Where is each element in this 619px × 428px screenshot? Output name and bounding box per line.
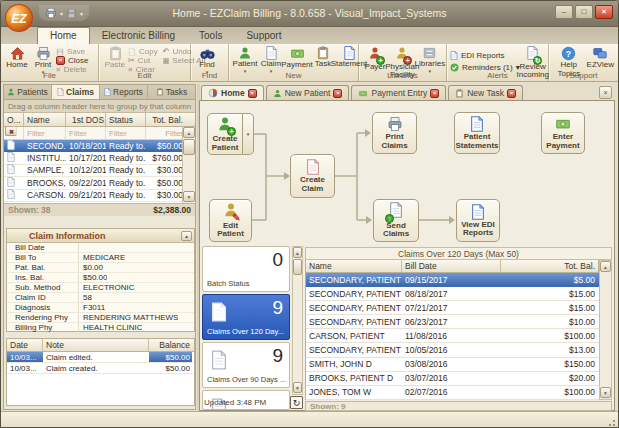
ribbon-tab-electronic-billing[interactable]: Electronic Billing <box>90 28 187 44</box>
copy-button[interactable]: Copy <box>128 47 158 56</box>
aging-row[interactable]: SECONDARY, PATIENT S06/23/2017$10.00 <box>306 315 599 329</box>
new-patient-button[interactable]: Patient ▾ <box>232 45 258 74</box>
create-patient-dropdown[interactable]: ▾ <box>243 113 254 155</box>
payer-button[interactable]: + Payer <box>362 45 388 72</box>
doc-tab-new-task[interactable]: New Task × <box>448 85 523 100</box>
enter-payment-button[interactable]: Enter Payment <box>541 112 585 154</box>
col-header-dos[interactable]: 1st DOS ▾ <box>66 113 106 126</box>
col-header-status[interactable]: Status <box>106 113 146 126</box>
filter-name-input[interactable]: Filter <box>24 127 66 139</box>
doc-tab-home[interactable]: Home × <box>201 85 264 100</box>
ezclaim-logo-icon[interactable]: EZ <box>4 3 34 33</box>
claims-row[interactable]: CARSON...09/21/2017Ready to...$30.00 <box>4 190 195 202</box>
print-claims-button[interactable]: Print Claims <box>372 112 417 154</box>
close-document-button[interactable]: × <box>599 86 612 99</box>
claims-row[interactable]: INSTITU...10/17/2017Ready to...$760.00 <box>4 152 195 164</box>
libraries-button[interactable]: Libraries ▾ <box>417 45 443 74</box>
edi-reports-button[interactable]: EDI Reports <box>450 49 520 61</box>
close-tab-icon[interactable]: × <box>430 89 439 98</box>
aging-row[interactable]: JONES, TOM W02/07/2016$100.00 <box>306 386 599 400</box>
tab-claims[interactable]: Claims <box>52 85 100 99</box>
aging-table-caption: Claims Over 120 Days (Max 50) <box>305 247 612 260</box>
col-header-name[interactable]: Name <box>306 260 402 272</box>
quick-print-icon[interactable] <box>45 7 57 19</box>
col-header-bill-date[interactable]: Bill Date <box>402 260 501 272</box>
claims-row[interactable]: SECOND...10/18/2017Ready to...$50.00 <box>4 140 195 152</box>
quick-save-icon[interactable] <box>66 8 77 19</box>
save-button[interactable]: Save <box>56 47 88 56</box>
view-edi-reports-button[interactable]: View EDI Reports <box>456 199 500 242</box>
cut-button[interactable]: ✂ Cut <box>128 56 158 65</box>
clear-filter-button[interactable]: ✖ <box>5 127 17 136</box>
claims-grid-scrollbar[interactable]: ▴ ▾ <box>182 127 195 203</box>
doc-tab-new-patient[interactable]: New Patient × <box>266 85 350 100</box>
claims-over-120-card[interactable]: 9 Claims Over 120 Day... <box>202 294 290 340</box>
filter-status-input[interactable]: Filter <box>106 127 146 139</box>
tab-reports[interactable]: Reports <box>100 85 148 99</box>
note-row[interactable]: 10/03...Claim created.$50.00 <box>7 363 194 374</box>
close-window-button[interactable]: × <box>595 5 613 19</box>
filter-dos-input[interactable]: Filter <box>66 127 106 139</box>
scroll-up-icon[interactable]: ▴ <box>183 127 195 138</box>
claims-row[interactable]: BROOKS,...09/22/2017Ready to...$50.00 <box>4 177 195 189</box>
close-tab-icon[interactable]: × <box>248 89 257 98</box>
close-button[interactable]: × Close <box>56 56 88 65</box>
scrollbar-thumb[interactable] <box>293 259 302 275</box>
home-pie-icon <box>208 88 218 98</box>
send-claims-button[interactable]: ↑ Send Claims <box>373 199 419 242</box>
ribbon-tab-support[interactable]: Support <box>234 28 293 44</box>
scroll-up-icon[interactable]: ▴ <box>293 247 302 258</box>
col-header-note-balance[interactable]: Balance <box>149 339 192 351</box>
scroll-down-icon[interactable]: ▾ <box>600 387 611 398</box>
close-tab-icon[interactable]: × <box>333 89 342 98</box>
chevron-down-icon[interactable]: ▾ <box>60 10 63 17</box>
scrollbar-thumb[interactable] <box>183 139 195 155</box>
collapse-panel-button[interactable]: ▴ <box>181 231 192 241</box>
col-header-date[interactable]: Date <box>7 339 43 351</box>
ribbon-tab-home[interactable]: Home <box>37 27 90 44</box>
patient-statements-button[interactable]: Patient Statements <box>454 112 500 154</box>
ezview-button[interactable]: EZView <box>586 45 615 71</box>
filter-balance-input[interactable]: Filter <box>146 127 185 139</box>
col-header-o[interactable]: O... <box>4 113 24 126</box>
paste-button[interactable]: Paste <box>102 45 128 71</box>
tab-tasks[interactable]: Tasks <box>148 85 195 99</box>
batch-list-scrollbar[interactable]: ▴ ▾ <box>292 246 303 395</box>
ribbon-tab-tools[interactable]: Tools <box>187 28 234 44</box>
create-patient-button[interactable]: + Create Patient <box>207 113 243 155</box>
note-row[interactable]: 10/03...Claim edited.$50.00 <box>7 352 194 363</box>
qat-customize-chevron-icon[interactable]: ▾ <box>80 10 83 17</box>
aging-row[interactable]: SMITH, JOHN D03/08/2016$150.00 <box>306 358 599 372</box>
aging-row[interactable]: BROOKS, PATIENT D03/07/2016$20.00 <box>306 372 599 386</box>
scroll-up-icon[interactable]: ▴ <box>600 261 611 272</box>
scroll-down-icon[interactable]: ▾ <box>183 191 195 202</box>
create-claim-button[interactable]: Create Claim <box>290 154 335 198</box>
minimize-button[interactable]: – <box>555 5 573 19</box>
patients-icon <box>7 88 15 96</box>
col-header-balance[interactable]: Tot. Bal. <box>146 113 185 126</box>
aging-row[interactable]: SECONDARY, PATIENT S07/21/2017$15.00 <box>306 301 599 315</box>
home-button[interactable]: Home <box>4 45 30 71</box>
batch-status-card[interactable]: 0 Batch Status <box>202 246 290 292</box>
resize-grip[interactable] <box>606 417 616 427</box>
aging-row[interactable]: SECONDARY, PATIENT S10/05/2016$13.00 <box>306 343 599 357</box>
edit-patient-button[interactable]: ✎ Edit Patient <box>209 199 252 242</box>
tab-patients[interactable]: Patients <box>4 85 52 99</box>
claims-row[interactable]: SAMPLE, ...10/12/2017Ready to...$30.00 <box>4 165 195 177</box>
scroll-down-icon[interactable]: ▾ <box>293 382 302 393</box>
aging-row[interactable]: SECONDARY, PATIENT S08/18/2017$15.00 <box>306 287 599 301</box>
col-header-name[interactable]: Name <box>24 113 66 126</box>
doc-tab-payment-entry[interactable]: Payment Entry × <box>351 85 446 100</box>
col-header-note[interactable]: Note <box>43 339 149 351</box>
group-by-hint[interactable]: Drag a column header here to group by th… <box>4 100 195 113</box>
aging-row[interactable]: CARSON, PATIENT11/08/2016$100.00 <box>306 329 599 343</box>
new-claim-button[interactable]: Claim ▾ <box>258 45 284 74</box>
aging-table-scrollbar[interactable]: ▴ ▾ <box>599 260 612 400</box>
maximize-button[interactable]: □ <box>575 5 593 19</box>
col-header-tot-bal[interactable]: Tot. Bal. <box>501 260 598 272</box>
new-payment-button[interactable]: Payment <box>284 45 310 71</box>
refresh-button[interactable]: ↻ <box>290 396 303 409</box>
claims-over-90-card[interactable]: 9 Claims Over 90 Days ... <box>202 342 290 388</box>
close-tab-icon[interactable]: × <box>507 89 516 98</box>
aging-row[interactable]: SECONDARY, PATIENT S09/15/2017$5.00 <box>306 273 599 287</box>
